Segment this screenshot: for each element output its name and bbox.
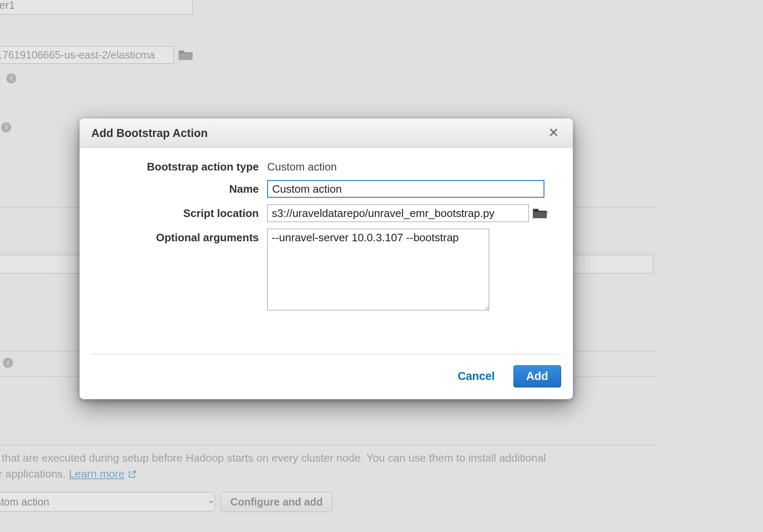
logs-row bbox=[0, 46, 193, 64]
close-icon[interactable] bbox=[549, 127, 561, 140]
options-heading: otions bbox=[0, 327, 0, 345]
add-button[interactable]: Add bbox=[513, 365, 561, 387]
type-label: Bootstrap action type bbox=[91, 158, 259, 173]
configure-and-add-button[interactable]: Configure and add bbox=[221, 492, 333, 512]
script-label: Script location bbox=[91, 204, 259, 220]
info-icon[interactable]: i bbox=[1, 122, 11, 132]
info-icon[interactable]: i bbox=[6, 73, 16, 83]
script-location-input[interactable] bbox=[267, 204, 529, 222]
folder-icon[interactable] bbox=[532, 207, 547, 220]
dialog-title: Add Bootstrap Action bbox=[91, 127, 208, 140]
add-bootstrap-row: on Custom action Configure and add bbox=[0, 492, 333, 512]
type-row: Bootstrap action type Custom action bbox=[91, 158, 561, 173]
folder-icon[interactable] bbox=[178, 49, 193, 61]
bootstrap-description: e scripts that are executed during setup… bbox=[0, 450, 649, 483]
cancel-button[interactable]: Cancel bbox=[458, 370, 495, 383]
optional-arguments-textarea[interactable] bbox=[267, 229, 489, 310]
dialog-footer: Cancel Add bbox=[80, 354, 573, 399]
script-row: Script location bbox=[91, 204, 561, 222]
type-value: Custom action bbox=[267, 158, 337, 173]
name-input[interactable] bbox=[267, 180, 544, 198]
logs-path-input[interactable] bbox=[0, 46, 174, 64]
cluster-name-input[interactable] bbox=[0, 0, 193, 15]
arguments-row: Optional arguments bbox=[91, 229, 561, 310]
learn-more-link[interactable]: Learn more bbox=[69, 467, 124, 480]
dialog-body: Bootstrap action type Custom action Name… bbox=[80, 148, 573, 348]
name-row: Name bbox=[91, 180, 561, 198]
arguments-label: Optional arguments bbox=[91, 229, 259, 244]
info-icon[interactable]: i bbox=[3, 358, 13, 368]
consistent-view-label: ent view i bbox=[0, 356, 13, 369]
dialog-header: Add Bootstrap Action bbox=[80, 119, 573, 148]
external-link-icon bbox=[128, 467, 137, 483]
add-bootstrap-action-dialog: Add Bootstrap Action Bootstrap action ty… bbox=[80, 119, 573, 399]
name-label: Name bbox=[91, 180, 259, 196]
termination-protection-label: otection i bbox=[0, 121, 11, 134]
bootstrap-action-type-select[interactable]: Custom action bbox=[0, 492, 215, 511]
